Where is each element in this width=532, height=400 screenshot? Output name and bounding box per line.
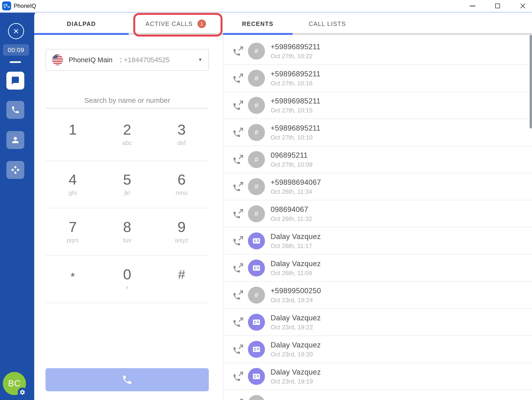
sidebar: ✕ 00:09 BC <box>0 13 35 400</box>
recent-call-row[interactable]: # +59896985211 Oct 27th, 10:15 <box>223 92 532 119</box>
sidebar-divider <box>10 61 21 63</box>
key-letters: mno <box>176 190 188 197</box>
recent-call-date: Oct 23rd, 19:20 <box>271 351 321 357</box>
recent-call-row[interactable]: # Dalay Vazquez Oct 26th, 11:09 <box>223 255 532 282</box>
key-letters: jkl <box>124 190 130 197</box>
recent-call-row[interactable]: # Dalay Vazquez Oct 26th, 11:17 <box>223 228 532 255</box>
key-letters: wxyz <box>175 237 189 244</box>
dialpad-key[interactable]: 3 def <box>154 108 209 161</box>
window-title: PhoneIQ <box>14 3 36 9</box>
contact-card-icon <box>252 345 261 354</box>
maximize-button[interactable] <box>495 4 500 8</box>
recent-call-text: Dalay Vazquez Oct 23rd, 19:22 <box>271 314 321 330</box>
sidebar-item-calls[interactable] <box>6 101 24 119</box>
tab-recents[interactable]: RECENTS <box>223 13 292 35</box>
contact-card-icon <box>252 318 261 326</box>
tab-call-lists[interactable]: CALL LISTS <box>292 13 362 35</box>
apps-dots-icon <box>10 165 20 175</box>
contact-card-icon <box>252 372 261 381</box>
recent-call-name: +59896985211 <box>271 97 320 105</box>
avatar: # <box>248 205 265 222</box>
call-timer-badge[interactable]: 00:09 <box>3 44 29 56</box>
recent-call-row[interactable]: # +59896895211 Oct 27th, 10:22 <box>223 38 532 65</box>
call-icon <box>122 374 133 385</box>
sidebar-item-chat[interactable] <box>6 72 24 90</box>
settings-button[interactable] <box>18 388 27 397</box>
avatar-initials: BC <box>8 379 20 388</box>
call-button[interactable] <box>45 368 209 391</box>
dialpad-key[interactable]: 8 tuv <box>100 208 155 256</box>
sidebar-item-apps[interactable] <box>6 161 24 179</box>
recent-call-row[interactable]: # Dalay Vazquez Oct 23rd, 19:20 <box>223 336 532 363</box>
dialpad-key[interactable]: 5 jkl <box>100 161 155 208</box>
sidebar-item-contacts[interactable] <box>6 131 24 149</box>
close-window-button[interactable] <box>520 3 526 9</box>
dialpad-key[interactable]: # <box>154 256 209 303</box>
recent-call-name: Dalay Vazquez <box>271 314 321 321</box>
active-calls-badge: 1 <box>197 19 206 28</box>
outgoing-call-icon <box>233 208 244 219</box>
dialpad-key[interactable]: 4 ghi <box>45 161 100 208</box>
avatar: # <box>248 97 265 114</box>
recent-call-name: 098694067 <box>271 206 312 213</box>
avatar: # <box>248 232 265 249</box>
outgoing-call-icon <box>233 371 244 382</box>
recent-call-row[interactable]: # +59896895211 Oct 27th, 10:16 <box>223 65 532 92</box>
minimize-button[interactable] <box>470 6 475 6</box>
dialpad-key[interactable]: 1 <box>45 108 100 161</box>
key-digit: # <box>178 268 185 281</box>
outgoing-call-icon <box>233 127 244 138</box>
recent-call-row[interactable]: # Dalay Vazquez Oct 23rd, 19:22 <box>223 309 532 336</box>
outgoing-call-icon <box>233 398 244 400</box>
recent-call-date: Oct 27th, 10:16 <box>271 80 320 86</box>
key-digit: 6 <box>177 172 185 187</box>
close-icon: ✕ <box>13 27 19 35</box>
hash-icon: # <box>254 74 259 82</box>
key-digit: 7 <box>69 220 77 234</box>
dialpad-key[interactable]: 6 mno <box>154 161 209 208</box>
recent-call-row[interactable]: # +59899500250 <box>223 390 532 400</box>
dialpad-key[interactable]: 9 wxyz <box>154 208 209 256</box>
recent-call-row[interactable]: # 096895211 Oct 27th, 10:09 <box>223 146 532 173</box>
dialpad-key[interactable]: 2 abc <box>100 108 155 161</box>
recent-call-name: Dalay Vazquez <box>271 341 321 349</box>
outgoing-call-icon <box>233 181 244 192</box>
outgoing-call-icon <box>233 263 244 273</box>
recent-call-row[interactable]: # +59896895211 Oct 27th, 10:10 <box>223 119 532 146</box>
recent-call-row[interactable]: # Dalay Vazquez Oct 23rd, 19:19 <box>223 363 532 390</box>
tab-active-calls[interactable]: ACTIVE CALLS 1 <box>129 13 223 35</box>
recent-call-date: Oct 26th, 11:09 <box>271 270 321 276</box>
key-digit: 5 <box>123 172 131 187</box>
avatar: # <box>248 341 265 358</box>
phone-icon <box>11 105 20 114</box>
chat-icon <box>11 76 20 85</box>
recent-call-row[interactable]: # 098694067 Oct 26th, 11:32 <box>223 200 532 228</box>
avatar: # <box>248 124 265 141</box>
scrollbar-thumb[interactable] <box>530 35 532 129</box>
recent-call-text: Dalay Vazquez Oct 23rd, 19:20 <box>271 341 321 357</box>
window-controls <box>470 0 526 12</box>
hash-icon: # <box>254 129 259 136</box>
key-digit: 9 <box>177 220 185 234</box>
recent-call-text: +59896985211 Oct 27th, 10:15 <box>271 97 320 113</box>
recent-call-text: +59896895211 Oct 27th, 10:22 <box>271 43 320 59</box>
line-name: PhoneIQ Main <box>69 56 112 64</box>
hash-icon: # <box>254 291 259 299</box>
search-input[interactable] <box>45 93 209 108</box>
recent-call-date: Oct 27th, 10:22 <box>271 53 320 59</box>
key-letters: tuv <box>123 237 131 244</box>
dialpad-key[interactable]: * <box>45 256 100 303</box>
end-call-button[interactable]: ✕ <box>8 23 24 39</box>
key-digit: 2 <box>123 122 131 137</box>
line-selector-dropdown[interactable]: PhoneIQ Main : +18447054525 ▼ <box>45 49 209 71</box>
dialpad-key[interactable]: 7 pqrs <box>45 208 100 256</box>
recent-call-name: +59896895211 <box>271 43 320 50</box>
recent-call-row[interactable]: # +59898694067 Oct 26th, 11:34 <box>223 173 532 200</box>
avatar: # <box>248 395 265 400</box>
dialpad-key[interactable]: 0 + <box>100 256 155 303</box>
recent-call-name: Dalay Vazquez <box>271 233 321 240</box>
recent-call-row[interactable]: # +59899500250 Oct 23rd, 19:24 <box>223 282 532 309</box>
key-letters: abc <box>122 140 132 147</box>
recent-call-name: +59896895211 <box>271 70 320 78</box>
tab-dialpad[interactable]: DIALPAD <box>34 13 129 35</box>
